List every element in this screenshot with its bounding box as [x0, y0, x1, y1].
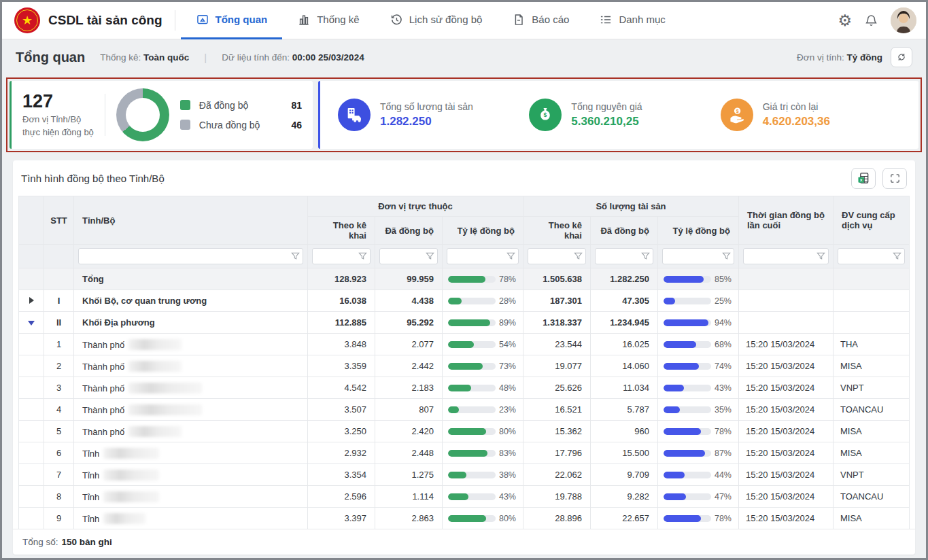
sync-rate-bar: 73%: [442, 355, 523, 377]
sync-rate-bar: 80%: [442, 421, 523, 442]
redacted-province-name: [103, 470, 159, 480]
filter-unit-rate-input[interactable]: [450, 251, 506, 261]
sync-rate-bar: 78%: [657, 421, 738, 442]
province-name: Tổng: [82, 274, 104, 284]
table-row: IIKhối Địa phương112.88595.29289%1.318.3…: [19, 312, 910, 334]
hand-coin-icon: $: [727, 105, 746, 124]
redacted-province-name: [128, 361, 182, 372]
table-footer: Tổng số: 150 bản ghi: [13, 529, 915, 555]
sync-history-icon: [390, 13, 403, 27]
table-row: 9Tỉnh3.3972.86380%28.89622.65778%15:20 1…: [19, 508, 910, 529]
excel-icon: X: [857, 171, 870, 185]
metric-total-assets: Tổng số lượng tài sản 1.282.250: [338, 99, 529, 131]
sync-rate-bar: 43%: [657, 377, 738, 399]
sync-rate-bar: 44%: [657, 464, 738, 486]
tab-danh-muc[interactable]: Danh mục: [584, 2, 680, 39]
filter-funnel-icon[interactable]: [574, 252, 583, 260]
redacted-province-name: [128, 383, 202, 393]
col-asset-rate: Tỷ lệ đồng bộ: [657, 217, 738, 245]
col-asset-synced: Đã đồng bộ: [590, 217, 657, 245]
sync-rate-bar: 87%: [657, 442, 738, 464]
card-divider: [105, 94, 105, 136]
redacted-province-name: [103, 513, 145, 524]
table-row: 5Thành phố3.2502.42080%15.36296078%15:20…: [19, 421, 910, 442]
table-row: 1Thành phố3.8482.07754%23.54416.02568%15…: [19, 334, 910, 355]
main-tabs: Tổng quan Thống kê Lịch sử đồng bộ Báo c…: [181, 2, 681, 39]
col-unit-declared: Theo kê khai: [307, 217, 375, 245]
sync-status-table: STT Tỉnh/Bộ Đơn vị trực thuộc Số lượng t…: [18, 196, 910, 529]
overview-icon: [196, 13, 209, 27]
catalog-icon: [599, 13, 613, 27]
sync-units-card: 127 Đơn vị Tỉnh/Bộ thực hiện đồng bộ Đã …: [10, 81, 313, 149]
sync-rate-bar: 78%: [442, 268, 523, 290]
top-nav: ★ CSDL tài sản công Tổng quan Thống kê L…: [2, 2, 926, 39]
province-name: Khối Bộ, cơ quan trung ương: [82, 296, 207, 306]
settings-button[interactable]: ⚙: [838, 13, 852, 29]
sync-table-card: Tình hình đồng bộ theo Tỉnh/Bộ X: [13, 160, 915, 555]
province-name: Tỉnh: [82, 492, 99, 502]
redacted-province-name: [103, 448, 159, 459]
expand-row-icon[interactable]: [29, 297, 34, 304]
table-row: 6Tỉnh2.9322.44883%17.79615.50087%15:20 1…: [19, 442, 910, 464]
subheader-divider: |: [204, 52, 207, 63]
fullscreen-icon: [889, 173, 901, 184]
redacted-province-name: [128, 426, 182, 437]
province-name: Thành phố: [82, 383, 124, 393]
nav-divider: [175, 10, 175, 31]
notifications-button[interactable]: [864, 14, 878, 28]
tab-thong-ke[interactable]: Thống kê: [282, 2, 375, 39]
filter-funnel-icon[interactable]: [893, 252, 901, 260]
tab-bao-cao[interactable]: Báo cáo: [497, 2, 584, 39]
statistics-icon: [297, 13, 311, 27]
province-name: Tỉnh: [82, 470, 99, 480]
filter-unit-synced-input[interactable]: [383, 251, 426, 261]
filter-funnel-icon[interactable]: [817, 252, 825, 260]
filter-funnel-icon[interactable]: [426, 252, 434, 260]
vietnam-emblem-logo: ★: [14, 7, 40, 33]
sync-rate-bar: 83%: [442, 442, 523, 464]
sync-rate-bar: 54%: [442, 334, 523, 355]
money-bag-icon: $: [536, 105, 555, 124]
filter-funnel-icon[interactable]: [291, 252, 300, 260]
col-provider: ĐV cung cấp dịch vụ: [834, 196, 910, 245]
table-title: Tình hình đồng bộ theo Tỉnh/Bộ: [21, 173, 165, 184]
refresh-button[interactable]: [891, 47, 912, 67]
province-name: Thành phố: [82, 427, 124, 437]
table-row: 8Tỉnh2.5961.11443%19.7889.28247%15:20 15…: [19, 486, 910, 508]
metric-remaining-value: $ Giá trị còn lại 4.620.203,36: [721, 99, 912, 131]
sync-rate-bar: 68%: [657, 334, 738, 355]
filter-funnel-icon[interactable]: [722, 252, 731, 260]
synced-swatch: [180, 100, 190, 110]
col-unit-synced: Đã đồng bộ: [375, 217, 442, 245]
collapse-row-icon[interactable]: [28, 321, 35, 326]
sync-units-summary: 127 Đơn vị Tỉnh/Bộ thực hiện đồng bộ: [22, 91, 94, 139]
sync-rate-bar: 47%: [657, 486, 738, 508]
tab-lich-su-dong-bo[interactable]: Lịch sử đồng bộ: [375, 2, 498, 39]
tab-tong-quan[interactable]: Tổng quan: [181, 2, 283, 39]
donut-legend: Đã đồng bộ 81 Chưa đồng bộ 46: [180, 100, 302, 130]
filter-funnel-icon[interactable]: [506, 252, 515, 260]
province-name: Tỉnh: [82, 449, 99, 459]
export-excel-button[interactable]: X: [851, 168, 876, 189]
filter-unit-declared-input[interactable]: [315, 251, 358, 261]
sync-rate-bar: 89%: [442, 312, 523, 334]
filter-funnel-icon[interactable]: [358, 252, 367, 260]
filter-province-input[interactable]: [82, 251, 291, 261]
user-avatar[interactable]: [891, 7, 916, 33]
redacted-province-name: [128, 339, 182, 350]
redacted-province-name: [128, 404, 202, 415]
filter-provider-input[interactable]: [841, 251, 893, 261]
filter-asset-rate-input[interactable]: [666, 251, 722, 261]
expand-column-header: [19, 196, 44, 245]
filter-funnel-icon[interactable]: [641, 252, 650, 260]
report-icon: [512, 13, 526, 27]
filter-asset-declared-input[interactable]: [531, 251, 574, 261]
filter-asset-synced-input[interactable]: [598, 251, 641, 261]
sync-rate-bar: 38%: [442, 464, 523, 486]
metric-original-value: $ Tổng nguyên giá 5.360.210,25: [529, 99, 720, 131]
col-asset-declared: Theo kê khai: [523, 217, 590, 245]
filter-last-sync-input[interactable]: [746, 251, 817, 261]
col-stt: STT: [44, 196, 74, 245]
page-header: Tổng quan Thống kê: Toàn quốc | Dữ liệu …: [2, 39, 926, 75]
fullscreen-button[interactable]: [882, 168, 907, 189]
